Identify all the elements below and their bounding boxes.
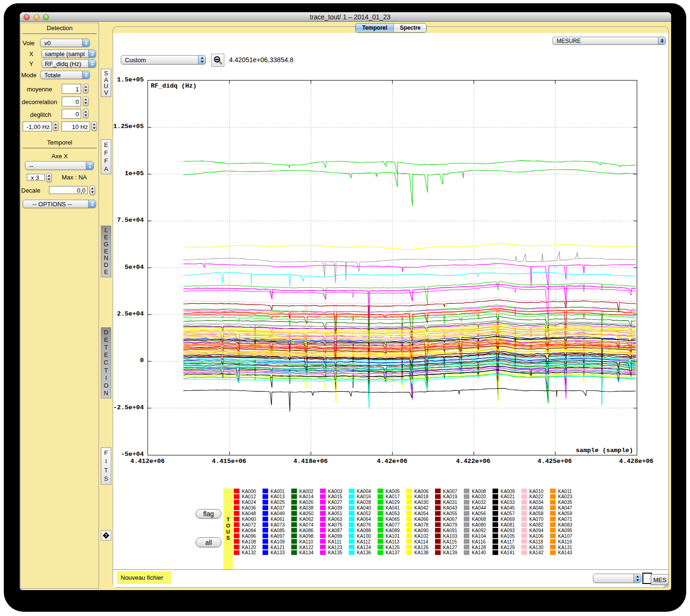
svg-text:KA100: KA100: [357, 534, 371, 539]
svg-text:KA023: KA023: [558, 494, 572, 499]
svg-text:KA099: KA099: [328, 534, 342, 539]
svg-text:KA107: KA107: [558, 534, 572, 539]
svg-text:KA068: KA068: [472, 517, 486, 522]
svg-text:KA033: KA033: [501, 500, 515, 505]
svg-text:KA028: KA028: [357, 500, 371, 505]
svg-text:KA074: KA074: [299, 522, 313, 527]
svg-text:KA021: KA021: [501, 494, 515, 499]
svg-text:KA025: KA025: [271, 500, 285, 505]
svg-text:KA138: KA138: [414, 550, 428, 555]
svg-text:KA015: KA015: [328, 494, 342, 499]
svg-text:KA062: KA062: [299, 517, 313, 522]
svg-text:KA054: KA054: [414, 511, 428, 516]
svg-text:KA020: KA020: [472, 494, 486, 499]
svg-text:KA029: KA029: [386, 500, 400, 505]
svg-text:KA143: KA143: [558, 550, 572, 555]
svg-text:KA125: KA125: [386, 545, 400, 550]
svg-text:KA045: KA045: [501, 505, 515, 511]
svg-text:KA087: KA087: [328, 528, 342, 533]
svg-text:KA060: KA060: [242, 517, 256, 522]
svg-text:KA058: KA058: [529, 511, 543, 516]
svg-text:KA113: KA113: [386, 539, 400, 544]
svg-text:KA111: KA111: [328, 539, 342, 544]
svg-text:KA009: KA009: [501, 489, 515, 494]
svg-text:KA136: KA136: [357, 550, 371, 555]
svg-text:KA089: KA089: [386, 528, 400, 533]
svg-text:KA061: KA061: [271, 517, 285, 522]
svg-text:KA040: KA040: [357, 505, 371, 511]
svg-text:KA056: KA056: [472, 511, 486, 516]
svg-text:KA034: KA034: [529, 500, 543, 505]
svg-text:KA137: KA137: [386, 550, 400, 555]
svg-text:KA097: KA097: [271, 534, 285, 539]
svg-text:KA003: KA003: [328, 489, 342, 494]
svg-text:KA109: KA109: [271, 539, 285, 544]
svg-text:KA059: KA059: [558, 511, 572, 516]
svg-text:KA110: KA110: [299, 539, 313, 544]
svg-text:KA108: KA108: [242, 539, 256, 544]
svg-text:KA008: KA008: [472, 489, 486, 494]
svg-text:KA012: KA012: [242, 494, 256, 499]
svg-text:KA067: KA067: [443, 517, 457, 522]
svg-text:KA131: KA131: [558, 545, 572, 550]
svg-text:KA032: KA032: [472, 500, 486, 505]
svg-text:KA102: KA102: [414, 534, 428, 539]
svg-text:KA069: KA069: [501, 517, 515, 522]
svg-text:KA013: KA013: [271, 494, 285, 499]
svg-text:KA120: KA120: [242, 545, 256, 550]
svg-text:KA066: KA066: [414, 517, 428, 522]
svg-text:KA091: KA091: [443, 528, 457, 533]
svg-text:KA095: KA095: [558, 528, 572, 533]
svg-text:KA018: KA018: [414, 494, 428, 499]
svg-text:KA118: KA118: [529, 539, 543, 544]
svg-text:KA101: KA101: [386, 534, 400, 539]
svg-text:KA027: KA027: [328, 500, 342, 505]
svg-text:KA026: KA026: [299, 500, 313, 505]
svg-text:KA128: KA128: [472, 545, 486, 550]
svg-text:KA038: KA038: [299, 505, 313, 511]
svg-text:KA030: KA030: [414, 500, 428, 505]
svg-text:KA037: KA037: [271, 505, 285, 511]
svg-text:KA078: KA078: [414, 522, 428, 527]
svg-text:KA141: KA141: [501, 550, 515, 555]
svg-text:KA016: KA016: [357, 494, 371, 499]
svg-text:KA104: KA104: [472, 534, 486, 539]
svg-text:KA001: KA001: [271, 489, 285, 494]
svg-text:KA079: KA079: [443, 522, 457, 527]
svg-text:KA105: KA105: [501, 534, 515, 539]
svg-text:KA106: KA106: [529, 534, 543, 539]
svg-text:KA084: KA084: [242, 528, 256, 533]
svg-text:KA047: KA047: [558, 505, 572, 511]
svg-text:KA085: KA085: [271, 528, 285, 533]
svg-text:KA049: KA049: [271, 511, 285, 516]
svg-text:KA022: KA022: [529, 494, 543, 499]
svg-text:KA077: KA077: [386, 522, 400, 527]
svg-text:KA071: KA071: [558, 517, 572, 522]
svg-text:KA041: KA041: [386, 505, 400, 511]
svg-text:KA004: KA004: [357, 489, 371, 494]
svg-text:KA126: KA126: [414, 545, 428, 550]
svg-text:KA073: KA073: [271, 522, 285, 527]
svg-text:KA046: KA046: [529, 505, 543, 511]
svg-text:KA039: KA039: [328, 505, 342, 511]
svg-text:KA076: KA076: [357, 522, 371, 527]
svg-text:KA093: KA093: [501, 528, 515, 533]
svg-text:KA116: KA116: [472, 539, 486, 544]
svg-text:KA103: KA103: [443, 534, 457, 539]
svg-text:KA000: KA000: [242, 489, 256, 494]
svg-text:KA096: KA096: [242, 534, 256, 539]
svg-text:KA055: KA055: [443, 511, 457, 516]
svg-text:KA051: KA051: [328, 511, 342, 516]
svg-text:KA124: KA124: [357, 545, 371, 550]
svg-text:KA063: KA063: [328, 517, 342, 522]
svg-text:KA133: KA133: [271, 550, 285, 555]
svg-text:KA011: KA011: [558, 489, 572, 494]
svg-text:KA140: KA140: [472, 550, 486, 555]
svg-text:KA006: KA006: [414, 489, 428, 494]
svg-text:KA082: KA082: [529, 522, 543, 527]
svg-text:KA130: KA130: [529, 545, 543, 550]
svg-text:KA092: KA092: [472, 528, 486, 533]
svg-text:KA053: KA053: [386, 511, 400, 516]
svg-text:KA139: KA139: [443, 550, 457, 555]
svg-text:KA031: KA031: [443, 500, 457, 505]
